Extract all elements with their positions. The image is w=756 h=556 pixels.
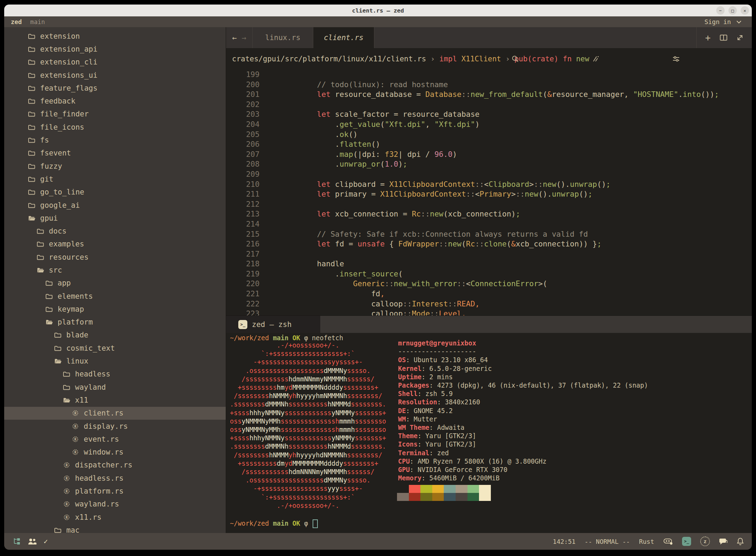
tree-item-mac[interactable]: mac (4, 524, 226, 533)
code-text: .unwrap_or(1.0); (281, 159, 407, 169)
breadcrumb[interactable]: crates/gpui/src/platform/linux/x11/clien… (226, 48, 752, 70)
tree-item-event-rs[interactable]: Revent.rs (4, 433, 226, 445)
tree-item-extensions-ui[interactable]: extensions_ui (4, 69, 226, 82)
rust-file-icon: R (72, 423, 79, 430)
tree-item-client-rs[interactable]: Rclient.rs (4, 407, 226, 420)
tree-item-resources[interactable]: resources (4, 251, 226, 264)
color-swatch (456, 493, 467, 501)
magic-wand-icon[interactable] (592, 38, 662, 79)
workspace-body: extensionextension_apiextension_cliexten… (4, 27, 752, 533)
settings-sliders-icon[interactable] (672, 38, 743, 79)
folder-icon (63, 371, 70, 378)
tree-item-elements[interactable]: elements (4, 290, 226, 303)
neofetch-info-value: : 2 mins (421, 373, 453, 381)
tree-item-label: gpui (40, 214, 58, 222)
tree-item-label: go_to_line (40, 188, 84, 196)
tree-item-gpui[interactable]: gpui (4, 212, 226, 224)
minimize-button[interactable]: − (716, 6, 725, 15)
svg-text:R: R (74, 437, 77, 441)
tree-item-display-rs[interactable]: Rdisplay.rs (4, 420, 226, 433)
tree-item-blade[interactable]: blade (4, 329, 226, 342)
tree-item-headless[interactable]: headless (4, 368, 226, 381)
color-swatch (479, 493, 491, 501)
folder-icon (28, 163, 36, 170)
neofetch-separator: -------------------- (398, 348, 648, 356)
tree-item-label: fuzzy (40, 162, 62, 170)
line-number: 223 (226, 309, 260, 315)
code-line: 209 (226, 169, 752, 180)
tree-item-app[interactable]: app (4, 277, 226, 290)
copilot-icon[interactable] (663, 538, 673, 545)
line-number: 210 (226, 180, 260, 190)
tree-item-wayland[interactable]: wayland (4, 381, 226, 394)
tree-item-feature-flags[interactable]: feature_flags (4, 82, 226, 94)
diagnostics-check-icon[interactable]: ✓ (44, 537, 48, 546)
code-buffer[interactable]: 199200 // todo(linux): read hostname201 … (226, 70, 752, 315)
tree-item-x11-rs[interactable]: Rx11.rs (4, 511, 226, 524)
tree-item-wayland-rs[interactable]: Rwayland.rs (4, 498, 226, 511)
tab-label: linux.rs (265, 33, 300, 42)
neofetch-info-label: WM Theme (398, 424, 429, 431)
tree-item-google-ai[interactable]: google_ai (4, 199, 226, 212)
terminal-toggle-icon[interactable]: >_ (682, 537, 691, 546)
terminal-content[interactable]: ~/work/zed main OK φ neofetch .-/+oossss… (226, 333, 752, 533)
tree-item-extension-cli[interactable]: extension_cli (4, 56, 226, 69)
tree-item-label: headless.rs (75, 474, 123, 482)
collaboration-icon[interactable] (28, 538, 37, 545)
tree-item-fsevent[interactable]: fsevent (4, 147, 226, 160)
folder-icon (45, 306, 53, 313)
notifications-bell-icon[interactable] (736, 538, 744, 545)
code-text: .map(|dpi: f32| dpi / 96.0) (281, 150, 457, 160)
project-panel-toggle-icon[interactable] (13, 538, 21, 545)
tree-item-platform-rs[interactable]: Rplatform.rs (4, 485, 226, 497)
tree-item-platform[interactable]: platform (4, 316, 226, 329)
code-line: 212 (226, 199, 752, 210)
screen-share-icon[interactable]: z (700, 536, 710, 546)
close-button[interactable]: × (741, 6, 749, 15)
neofetch-info-value: : AMD Ryzen 7 5800X (16) @ 3.800GHz (410, 458, 547, 465)
sign-in-button[interactable]: Sign in (704, 18, 731, 25)
tree-item-linux[interactable]: linux (4, 355, 226, 367)
neofetch-info-line: Icons: Yaru [GTK2/3] (398, 440, 648, 449)
tree-item-git[interactable]: git (4, 173, 226, 185)
ascii-art-line: -+sssssssssssssssssyyyssss+- (230, 485, 386, 493)
title-bar[interactable]: client.rs — zed − □ × (4, 5, 752, 16)
tree-item-dispatcher-rs[interactable]: Rdispatcher.rs (4, 459, 226, 472)
chat-icon[interactable] (719, 538, 727, 545)
tree-item-x11[interactable]: x11 (4, 394, 226, 406)
tab-linux-rs[interactable]: linux.rs (253, 27, 313, 48)
tree-item-fs[interactable]: fs (4, 134, 226, 146)
language-selector[interactable]: Rust (639, 538, 654, 545)
tree-item-file-icons[interactable]: file_icons (4, 121, 226, 134)
neofetch-info-label: Theme (398, 432, 418, 440)
branch-menu[interactable]: main (30, 18, 45, 25)
line-number: 213 (226, 209, 260, 219)
code-text: .get_value("Xft.dpi", "Xft.dpi") (281, 120, 480, 130)
tree-item-window-rs[interactable]: Rwindow.rs (4, 446, 226, 459)
line-number: 217 (226, 249, 260, 259)
forward-icon[interactable]: → (242, 33, 246, 42)
terminal-tab-label: zed — zsh (252, 320, 292, 329)
tree-item-fuzzy[interactable]: fuzzy (4, 160, 226, 173)
tree-item-extension[interactable]: extension (4, 30, 226, 43)
search-icon[interactable] (511, 38, 582, 79)
tree-item-go-to-line[interactable]: go_to_line (4, 186, 226, 199)
tree-item-docs[interactable]: docs (4, 224, 226, 237)
chevron-down-icon[interactable] (736, 20, 742, 24)
terminal-tab[interactable]: >_ zed — zsh (226, 316, 320, 333)
tree-item-headless-rs[interactable]: Rheadless.rs (4, 472, 226, 485)
tree-item-file-finder[interactable]: file_finder (4, 108, 226, 121)
tab-client-rs[interactable]: client.rs (313, 27, 374, 48)
tree-item-extension-api[interactable]: extension_api (4, 43, 226, 55)
cursor-position[interactable]: 142:51 (553, 538, 576, 545)
terminal-color-swatches (397, 485, 491, 501)
tree-item-cosmic-text[interactable]: cosmic_text (4, 342, 226, 355)
back-icon[interactable]: ← (232, 33, 237, 42)
tree-item-examples[interactable]: examples (4, 238, 226, 251)
tree-item-feedback[interactable]: feedback (4, 94, 226, 107)
tree-item-keymap[interactable]: keymap (4, 303, 226, 315)
maximize-button[interactable]: □ (728, 6, 737, 15)
project-menu[interactable]: zed (11, 18, 22, 25)
tree-item-src[interactable]: src (4, 264, 226, 276)
tree-item-label: app (58, 279, 71, 287)
